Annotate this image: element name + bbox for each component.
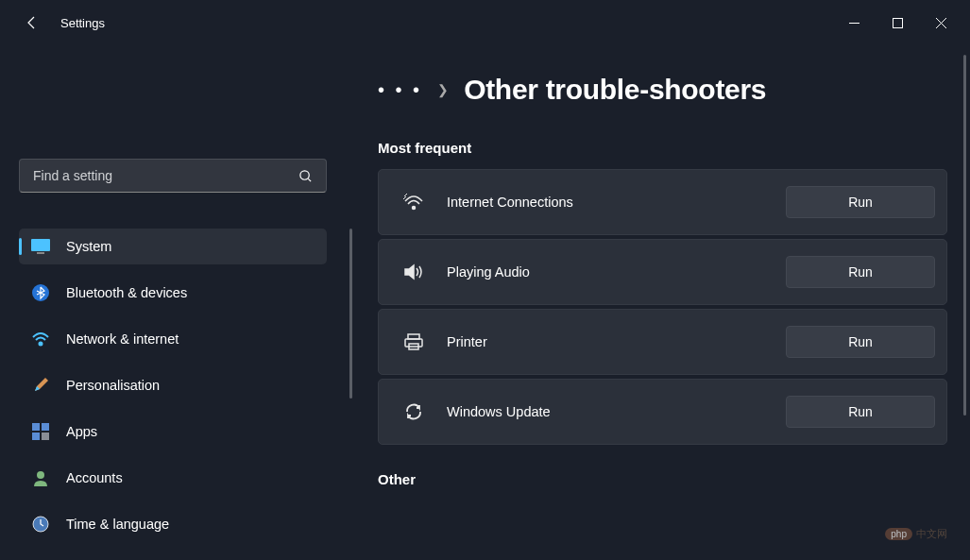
page-title: Other trouble-shooters — [464, 74, 766, 106]
person-icon — [30, 467, 51, 488]
troubleshooter-internet: Internet Connections Run — [378, 169, 947, 235]
svg-rect-6 — [31, 239, 50, 251]
sidebar-item-label: Bluetooth & devices — [66, 285, 187, 300]
sidebar-item-label: Personalisation — [66, 378, 160, 393]
search-icon — [298, 169, 313, 183]
titlebar-left: Settings — [23, 13, 105, 32]
sidebar: System Bluetooth & devices Network & int… — [0, 45, 340, 560]
apps-icon — [30, 421, 51, 442]
troubleshooter-label: Windows Update — [447, 404, 786, 419]
sidebar-item-label: Accounts — [66, 470, 123, 485]
sidebar-item-personalisation[interactable]: Personalisation — [19, 367, 327, 403]
minimize-button[interactable] — [832, 8, 876, 38]
close-button[interactable] — [919, 8, 962, 38]
watermark-text: 中文网 — [916, 528, 947, 539]
speaker-icon — [398, 261, 430, 283]
sidebar-item-label: Network & internet — [66, 331, 179, 347]
troubleshooter-printer: Printer Run — [378, 309, 947, 375]
window-controls — [832, 8, 962, 38]
svg-line-5 — [308, 178, 311, 181]
troubleshooter-label: Internet Connections — [447, 195, 786, 210]
svg-rect-12 — [32, 433, 40, 440]
svg-rect-13 — [42, 433, 49, 440]
internet-icon — [398, 191, 430, 213]
titlebar: Settings — [0, 0, 970, 45]
svg-rect-1 — [893, 18, 902, 27]
watermark: php中文网 — [885, 527, 947, 541]
sidebar-item-label: Apps — [66, 424, 97, 439]
svg-rect-10 — [32, 423, 40, 431]
sidebar-item-time-language[interactable]: Time & language — [19, 506, 327, 542]
maximize-icon — [893, 18, 903, 28]
svg-point-4 — [300, 170, 309, 178]
content-area: • • • ❯ Other trouble-shooters Most freq… — [340, 45, 970, 560]
troubleshooter-audio: Playing Audio Run — [378, 239, 947, 305]
system-icon — [30, 236, 51, 257]
run-button-printer[interactable]: Run — [786, 326, 935, 358]
svg-point-17 — [413, 207, 416, 210]
svg-rect-7 — [37, 252, 44, 254]
troubleshooter-label: Printer — [447, 334, 786, 349]
main-layout: System Bluetooth & devices Network & int… — [0, 45, 970, 560]
minimize-icon — [849, 18, 859, 28]
chevron-right-icon: ❯ — [437, 82, 449, 97]
section-most-frequent: Most frequent — [378, 140, 947, 156]
svg-rect-19 — [405, 339, 422, 347]
watermark-badge: php — [885, 528, 912, 540]
sidebar-item-label: Time & language — [66, 517, 169, 532]
clock-globe-icon — [30, 514, 51, 535]
search-box[interactable] — [19, 159, 327, 193]
bluetooth-icon — [30, 282, 51, 303]
troubleshooter-label: Playing Audio — [447, 264, 786, 280]
back-button[interactable] — [23, 13, 42, 32]
close-icon — [936, 18, 946, 28]
paintbrush-icon — [30, 375, 51, 396]
app-title: Settings — [60, 16, 105, 30]
sidebar-item-system[interactable]: System — [19, 229, 327, 264]
run-button-windows-update[interactable]: Run — [786, 396, 935, 428]
sidebar-item-network[interactable]: Network & internet — [19, 321, 327, 357]
back-arrow-icon — [25, 15, 40, 30]
search-input[interactable] — [33, 168, 298, 183]
maximize-button[interactable] — [876, 8, 919, 38]
sidebar-item-label: System — [66, 239, 111, 254]
run-button-internet[interactable]: Run — [786, 186, 935, 218]
sidebar-nav: System Bluetooth & devices Network & int… — [19, 229, 327, 552]
wifi-icon — [30, 329, 51, 349]
breadcrumb-overflow[interactable]: • • • — [378, 79, 422, 101]
svg-point-14 — [37, 471, 44, 479]
sidebar-item-bluetooth[interactable]: Bluetooth & devices — [19, 275, 327, 311]
svg-point-9 — [40, 343, 43, 346]
section-other: Other — [378, 471, 947, 487]
sync-icon — [398, 400, 430, 423]
svg-rect-11 — [42, 423, 49, 431]
sidebar-item-accounts[interactable]: Accounts — [19, 460, 327, 496]
breadcrumb: • • • ❯ Other trouble-shooters — [378, 74, 947, 106]
printer-icon — [398, 331, 430, 353]
sidebar-item-apps[interactable]: Apps — [19, 414, 327, 450]
troubleshooter-windows-update: Windows Update Run — [378, 379, 947, 445]
run-button-audio[interactable]: Run — [786, 256, 935, 288]
content-scrollbar[interactable] — [963, 45, 966, 560]
